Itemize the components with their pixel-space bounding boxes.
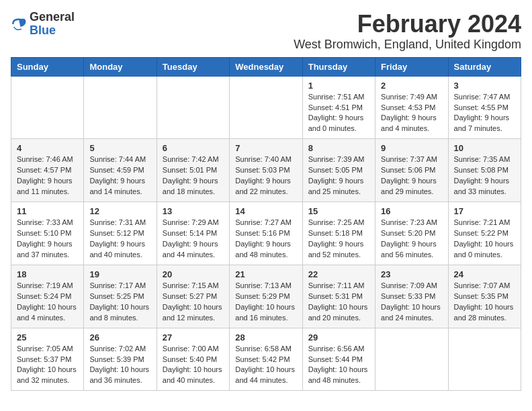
calendar-cell: 10Sunrise: 7:35 AM Sunset: 5:08 PM Dayli…: [448, 139, 521, 202]
calendar-cell: 8Sunrise: 7:39 AM Sunset: 5:05 PM Daylig…: [302, 139, 375, 202]
day-info: Sunrise: 7:47 AM Sunset: 4:55 PM Dayligh…: [454, 92, 515, 135]
weekday-header: Tuesday: [157, 57, 229, 76]
calendar-cell: [84, 76, 157, 139]
day-number: 19: [89, 269, 150, 279]
day-number: 28: [235, 332, 296, 342]
calendar-cell: 24Sunrise: 7:07 AM Sunset: 5:35 PM Dayli…: [448, 265, 521, 328]
day-info: Sunrise: 7:31 AM Sunset: 5:12 PM Dayligh…: [89, 218, 150, 261]
day-info: Sunrise: 7:29 AM Sunset: 5:14 PM Dayligh…: [163, 218, 224, 261]
day-number: 11: [17, 206, 78, 216]
weekday-header: Friday: [375, 57, 448, 76]
calendar-cell: [375, 328, 448, 391]
day-info: Sunrise: 7:15 AM Sunset: 5:27 PM Dayligh…: [163, 281, 224, 324]
day-number: 20: [163, 269, 224, 279]
day-number: 25: [17, 332, 78, 342]
day-info: Sunrise: 7:40 AM Sunset: 5:03 PM Dayligh…: [235, 154, 296, 197]
day-number: 3: [454, 81, 515, 91]
calendar-cell: 1Sunrise: 7:51 AM Sunset: 4:51 PM Daylig…: [302, 76, 375, 139]
calendar-cell: 22Sunrise: 7:11 AM Sunset: 5:31 PM Dayli…: [302, 265, 375, 328]
weekday-header: Sunday: [11, 57, 84, 76]
day-info: Sunrise: 7:19 AM Sunset: 5:24 PM Dayligh…: [17, 281, 78, 324]
day-number: 26: [89, 332, 150, 342]
calendar-cell: 15Sunrise: 7:25 AM Sunset: 5:18 PM Dayli…: [302, 202, 375, 265]
day-info: Sunrise: 7:46 AM Sunset: 4:57 PM Dayligh…: [17, 154, 78, 197]
day-number: 8: [308, 143, 369, 153]
calendar-cell: 26Sunrise: 7:02 AM Sunset: 5:39 PM Dayli…: [84, 328, 157, 391]
calendar-table: SundayMondayTuesdayWednesdayThursdayFrid…: [11, 57, 521, 392]
day-info: Sunrise: 7:44 AM Sunset: 4:59 PM Dayligh…: [89, 154, 150, 197]
calendar-cell: [230, 76, 302, 139]
month-title: February 2024: [294, 11, 521, 38]
calendar-cell: 27Sunrise: 7:00 AM Sunset: 5:40 PM Dayli…: [157, 328, 229, 391]
day-number: 10: [454, 143, 515, 153]
day-info: Sunrise: 7:37 AM Sunset: 5:06 PM Dayligh…: [381, 154, 442, 197]
logo-icon: [11, 16, 27, 32]
day-info: Sunrise: 7:35 AM Sunset: 5:08 PM Dayligh…: [454, 154, 515, 197]
calendar-cell: 7Sunrise: 7:40 AM Sunset: 5:03 PM Daylig…: [230, 139, 302, 202]
logo-text: General Blue: [30, 11, 75, 38]
day-info: Sunrise: 7:17 AM Sunset: 5:25 PM Dayligh…: [89, 281, 150, 324]
calendar-cell: 18Sunrise: 7:19 AM Sunset: 5:24 PM Dayli…: [11, 265, 84, 328]
day-number: 21: [235, 269, 296, 279]
day-number: 17: [454, 206, 515, 216]
calendar-cell: 29Sunrise: 6:56 AM Sunset: 5:44 PM Dayli…: [302, 328, 375, 391]
day-number: 15: [308, 206, 369, 216]
day-number: 27: [163, 332, 224, 342]
calendar-cell: 19Sunrise: 7:17 AM Sunset: 5:25 PM Dayli…: [84, 265, 157, 328]
calendar-cell: 20Sunrise: 7:15 AM Sunset: 5:27 PM Dayli…: [157, 265, 229, 328]
calendar-cell: 25Sunrise: 7:05 AM Sunset: 5:37 PM Dayli…: [11, 328, 84, 391]
day-number: 4: [17, 143, 78, 153]
day-info: Sunrise: 7:25 AM Sunset: 5:18 PM Dayligh…: [308, 218, 369, 261]
calendar-cell: 2Sunrise: 7:49 AM Sunset: 4:53 PM Daylig…: [375, 76, 448, 139]
day-number: 24: [454, 269, 515, 279]
weekday-header: Wednesday: [230, 57, 302, 76]
day-number: 6: [163, 143, 224, 153]
calendar-cell: 16Sunrise: 7:23 AM Sunset: 5:20 PM Dayli…: [375, 202, 448, 265]
day-info: Sunrise: 7:13 AM Sunset: 5:29 PM Dayligh…: [235, 281, 296, 324]
day-info: Sunrise: 7:05 AM Sunset: 5:37 PM Dayligh…: [17, 344, 78, 387]
day-number: 12: [89, 206, 150, 216]
day-number: 23: [381, 269, 442, 279]
day-number: 2: [381, 81, 442, 91]
day-number: 5: [89, 143, 150, 153]
day-info: Sunrise: 7:23 AM Sunset: 5:20 PM Dayligh…: [381, 218, 442, 261]
weekday-header: Thursday: [302, 57, 375, 76]
day-info: Sunrise: 7:09 AM Sunset: 5:33 PM Dayligh…: [381, 281, 442, 324]
day-number: 13: [163, 206, 224, 216]
calendar-cell: 12Sunrise: 7:31 AM Sunset: 5:12 PM Dayli…: [84, 202, 157, 265]
day-info: Sunrise: 7:39 AM Sunset: 5:05 PM Dayligh…: [308, 154, 369, 197]
day-info: Sunrise: 7:21 AM Sunset: 5:22 PM Dayligh…: [454, 218, 515, 261]
calendar-cell: [157, 76, 229, 139]
day-info: Sunrise: 7:49 AM Sunset: 4:53 PM Dayligh…: [381, 92, 442, 135]
day-info: Sunrise: 7:27 AM Sunset: 5:16 PM Dayligh…: [235, 218, 296, 261]
day-info: Sunrise: 6:56 AM Sunset: 5:44 PM Dayligh…: [308, 344, 369, 387]
calendar-cell: [11, 76, 84, 139]
calendar-cell: 28Sunrise: 6:58 AM Sunset: 5:42 PM Dayli…: [230, 328, 302, 391]
calendar-cell: [448, 328, 521, 391]
day-number: 22: [308, 269, 369, 279]
calendar-cell: 4Sunrise: 7:46 AM Sunset: 4:57 PM Daylig…: [11, 139, 84, 202]
calendar-cell: 5Sunrise: 7:44 AM Sunset: 4:59 PM Daylig…: [84, 139, 157, 202]
logo: General Blue: [11, 11, 75, 38]
day-info: Sunrise: 7:42 AM Sunset: 5:01 PM Dayligh…: [163, 154, 224, 197]
day-number: 18: [17, 269, 78, 279]
day-info: Sunrise: 7:02 AM Sunset: 5:39 PM Dayligh…: [89, 344, 150, 387]
day-info: Sunrise: 7:07 AM Sunset: 5:35 PM Dayligh…: [454, 281, 515, 324]
day-number: 1: [308, 81, 369, 91]
calendar-cell: 21Sunrise: 7:13 AM Sunset: 5:29 PM Dayli…: [230, 265, 302, 328]
location-title: West Bromwich, England, United Kingdom: [294, 38, 521, 52]
day-number: 7: [235, 143, 296, 153]
title-section: February 2024 West Bromwich, England, Un…: [294, 11, 521, 52]
day-number: 16: [381, 206, 442, 216]
calendar-cell: 9Sunrise: 7:37 AM Sunset: 5:06 PM Daylig…: [375, 139, 448, 202]
day-info: Sunrise: 7:11 AM Sunset: 5:31 PM Dayligh…: [308, 281, 369, 324]
calendar-cell: 23Sunrise: 7:09 AM Sunset: 5:33 PM Dayli…: [375, 265, 448, 328]
day-info: Sunrise: 7:00 AM Sunset: 5:40 PM Dayligh…: [163, 344, 224, 387]
weekday-header: Monday: [84, 57, 157, 76]
calendar-cell: 13Sunrise: 7:29 AM Sunset: 5:14 PM Dayli…: [157, 202, 229, 265]
calendar-cell: 17Sunrise: 7:21 AM Sunset: 5:22 PM Dayli…: [448, 202, 521, 265]
calendar-cell: 6Sunrise: 7:42 AM Sunset: 5:01 PM Daylig…: [157, 139, 229, 202]
day-info: Sunrise: 7:33 AM Sunset: 5:10 PM Dayligh…: [17, 218, 78, 261]
calendar-cell: 11Sunrise: 7:33 AM Sunset: 5:10 PM Dayli…: [11, 202, 84, 265]
calendar-cell: 3Sunrise: 7:47 AM Sunset: 4:55 PM Daylig…: [448, 76, 521, 139]
